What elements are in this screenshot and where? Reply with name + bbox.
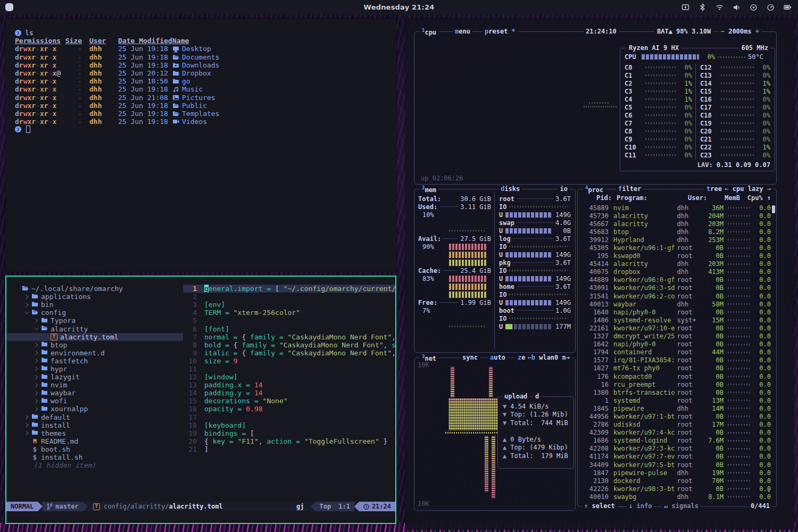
chevron-right-icon[interactable] [24, 423, 28, 427]
proc-scrollbar[interactable] [772, 205, 775, 213]
wifi-icon[interactable] [716, 3, 724, 12]
process-row[interactable]: 42226kworker/u98:3-btroot0B0.0 [582, 485, 771, 493]
process-row[interactable]: 22161kworker/u97:10-eroot0B0.0 [582, 324, 771, 332]
tree-item--.local-share-omarchy[interactable]: ~/.local/share/omarchy [6, 285, 183, 293]
process-row[interactable]: 42208kworker/u97:3-kcroot0B0.0 [582, 445, 771, 453]
tray-icon[interactable] [681, 3, 689, 12]
column-program[interactable]: Program: [617, 194, 688, 202]
tree-item-wofi[interactable]: wofi [6, 397, 183, 405]
process-row[interactable]: 1380btrfs-transactioroot0B0.0 [582, 388, 771, 396]
process-row[interactable]: 1486systemd-resolvesyst+15M0.0 [582, 316, 771, 324]
process-row[interactable]: 44889kworker/u96:0-gfroot0B0.0 [582, 276, 771, 284]
process-row[interactable]: 45414alacrittydhh203M0.0 [582, 260, 771, 268]
proc-tree-toggle[interactable]: tree [704, 185, 724, 193]
tree-item-readme.md[interactable]: MREADME.md [6, 437, 183, 445]
process-row[interactable]: 1642napi/phy0-0root0B0.0 [582, 340, 771, 348]
chevron-right-icon[interactable] [24, 415, 28, 419]
process-row[interactable]: 2786udisksdroot17M0.0 [582, 421, 771, 429]
process-row[interactable]: 1847pipewire-pulsedhh19M0.0 [582, 469, 771, 477]
tree-item-fastfetch[interactable]: fastfetch [6, 357, 183, 365]
chevron-right-icon[interactable] [34, 367, 38, 371]
column-mem[interactable]: MemB [713, 194, 740, 202]
column-cpu[interactable]: Cpu% [747, 194, 763, 202]
column-user[interactable]: User: [688, 194, 713, 202]
process-row[interactable]: 2130dockerdroot70M0.0 [582, 477, 771, 485]
preset-button[interactable]: preset * [483, 28, 518, 35]
bluetooth-icon[interactable] [699, 3, 706, 12]
chevron-right-icon[interactable] [24, 431, 28, 435]
prompt-line-input[interactable]: ❯ [15, 126, 396, 133]
process-row[interactable]: 41174kworker/u97:7-evroot0B0.0 [582, 453, 771, 461]
scroll-down-indicator[interactable]: ↓ [767, 486, 771, 494]
chevron-down-icon[interactable] [34, 326, 38, 330]
process-row[interactable]: 1640napi/phy0-0root0B0.0 [582, 308, 771, 316]
tree-item-xournalpp[interactable]: xournalpp [6, 405, 183, 413]
process-row[interactable]: 45305kworker/u96:1-gfroot0B0.0 [582, 244, 771, 252]
process-row[interactable]: 1686systemd-logindroot7.6M0.0 [582, 437, 771, 445]
menu-button[interactable]: menu [453, 28, 472, 35]
git-branch[interactable]: master [43, 502, 82, 511]
editor-buffer[interactable]: 1general.import = [ "~/.config/omarchy/c… [183, 277, 395, 498]
tab-io[interactable]: io [558, 185, 570, 193]
process-row[interactable]: 1827mt76-tx phy0root0B0.0 [582, 364, 771, 372]
process-row[interactable]: 31541kworker/u96:2-coroot0B0.0 [582, 292, 771, 300]
tab-proc[interactable]: 4proc [583, 185, 605, 194]
tree-item-applications[interactable]: applications [6, 293, 183, 301]
process-row[interactable]: 39912Hyprlanddhh253M0.0 [582, 236, 771, 244]
process-row[interactable]: 43091kworker/u96:3-sdroot0B0.0 [582, 284, 771, 292]
proc-signals-hint[interactable]: ↵ signals [662, 502, 701, 510]
chevron-right-icon[interactable] [34, 319, 38, 323]
proc-sort-selector[interactable]: ← cpu lazy → [722, 185, 773, 193]
tree-item-themes[interactable]: themes [6, 429, 183, 437]
column-pid[interactable]: Pid: [582, 194, 612, 202]
tree-item-environment.d[interactable]: environment.d [6, 349, 183, 357]
process-row[interactable]: 40013waybardhh58M0.0 [582, 300, 771, 308]
process-row[interactable]: 34409kworker/u97:5-btroot0B0.0 [582, 461, 771, 469]
proc-select-hint[interactable]: ↑ select [582, 502, 617, 510]
process-row[interactable]: 40075dropboxdhh413M0.0 [582, 268, 771, 276]
chevron-down-icon[interactable] [24, 310, 29, 314]
process-row[interactable]: 40010swaybgdhh8.1M0.0 [582, 493, 771, 501]
process-row[interactable]: 1845pipewiredhh14M0.0 [582, 404, 771, 412]
process-row[interactable]: 45730alacrittydhh204M0.0 [582, 212, 771, 220]
process-row[interactable]: 1327dmcrypt_write/25root0B0.0 [582, 332, 771, 340]
process-row[interactable]: 1794containerdroot44M0.0 [582, 348, 771, 356]
process-row[interactable]: 42309kworker/u97:4-kcroot0B0.0 [582, 429, 771, 437]
tab-cpu[interactable]: 1cpu [420, 28, 438, 36]
tree-item-boot.sh[interactable]: $boot.sh [6, 445, 183, 453]
tree-item-default[interactable]: default [6, 413, 183, 421]
tree-item-nvim[interactable]: nvim [6, 381, 183, 389]
battery-icon[interactable] [784, 3, 792, 12]
net-interface-switcher[interactable]: ←b wlan0 n→ [526, 354, 572, 361]
chevron-right-icon[interactable] [24, 302, 28, 306]
chevron-right-icon[interactable] [24, 294, 28, 298]
tree-item-config[interactable]: config [6, 309, 183, 317]
gauge-icon[interactable] [767, 3, 775, 12]
record-icon[interactable] [750, 3, 758, 12]
chevron-right-icon[interactable] [34, 399, 38, 403]
process-row[interactable]: 1systemdroot13M0.0 [582, 396, 771, 404]
tree-item-btop[interactable]: btop [6, 341, 183, 349]
process-row[interactable]: 1577irq/81-PIXA3854:root0B0.0 [582, 356, 771, 364]
tree-item-alacritty.toml[interactable]: Talacritty.toml [6, 333, 183, 341]
process-row[interactable]: 45667alacrittydhh203M0.0 [582, 220, 771, 228]
chevron-right-icon[interactable] [34, 391, 38, 395]
volume-icon[interactable] [733, 3, 741, 12]
tree-item-lazygit[interactable]: lazygit [6, 373, 183, 381]
proc-info-hint[interactable]: ↓ info [627, 502, 654, 510]
process-row[interactable]: 44956kworker/u97:1-btroot0B0.0 [582, 412, 771, 420]
tree-item-bin[interactable]: bin [6, 301, 183, 309]
chevron-right-icon[interactable] [34, 407, 38, 411]
process-row[interactable]: 195kswapd0root0B0.0 [582, 252, 771, 260]
net-sync-toggle[interactable]: sync [460, 354, 480, 361]
chevron-right-icon[interactable] [34, 375, 38, 379]
tab-mem[interactable]: 2mem [420, 185, 438, 194]
process-row[interactable]: 16rcu_preemptroot0B0.0 [582, 380, 771, 388]
tab-disks[interactable]: disks [498, 185, 522, 193]
chevron-right-icon[interactable] [34, 383, 38, 387]
process-row[interactable]: 45889nvimdhh36M0.0 [582, 204, 771, 212]
net-auto-toggle[interactable]: auto [488, 354, 508, 361]
tree-item-hypr[interactable]: hypr [6, 365, 183, 373]
process-row[interactable]: 45683btopdhh8.2M0.0 [582, 228, 771, 236]
proc-filter-button[interactable]: filter [616, 185, 643, 193]
